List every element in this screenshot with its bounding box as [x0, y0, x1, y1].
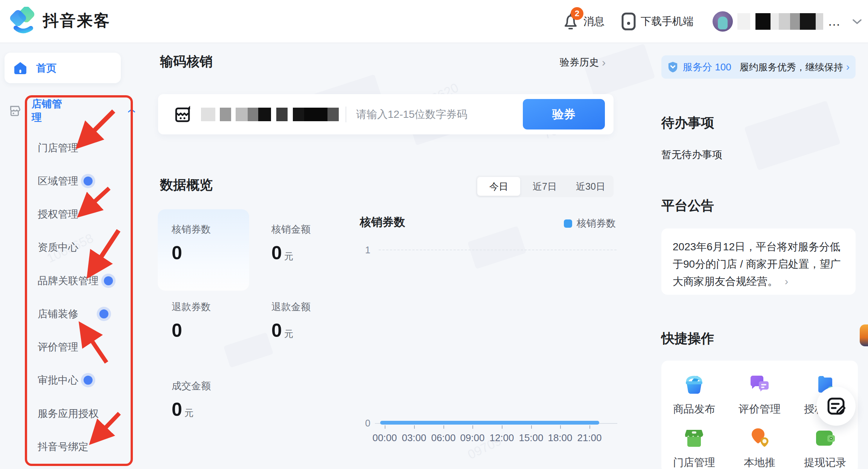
store-name-redacted [201, 108, 339, 121]
message-count-badge: 2 [571, 7, 583, 20]
verify-section-title: 输码核销 [160, 53, 213, 70]
bell-icon: 2 [562, 12, 579, 30]
feedback-floating-button[interactable] [816, 387, 856, 426]
x-axis-tick [414, 425, 415, 429]
quick-action-product-publish[interactable]: 商品发布 [661, 373, 727, 416]
watermark-patch [224, 332, 274, 368]
quick-action-label: 评价管理 [727, 402, 792, 416]
account-ellipsis: … [828, 14, 841, 29]
annotation-red-box [25, 95, 133, 466]
chart-legend[interactable]: 核销券数 [564, 217, 616, 230]
messages-button[interactable]: 2 消息 [562, 0, 605, 43]
service-score-label: 服务分 100 [683, 61, 731, 74]
quick-action-local-promotion[interactable]: 本地推 [727, 426, 792, 469]
chevron-right-icon: › [785, 276, 788, 287]
overview-section-title: 数据概览 [160, 176, 213, 194]
basket-icon [682, 373, 706, 397]
x-axis-tick [443, 425, 444, 429]
x-axis-tick [502, 425, 503, 429]
sidebar-nav: 首页 店铺管理 门店管理 区域管理 授权管理 资质中心 品牌关联管理 店铺装修 … [0, 43, 151, 469]
account-menu[interactable]: … [713, 0, 862, 43]
stat-verified-vouchers[interactable]: 核销券数 0 [172, 223, 211, 264]
series-line-flat-zero [380, 421, 599, 425]
tab-last-7-days[interactable]: 近7日 [523, 177, 566, 196]
download-app-button[interactable]: 下载手机端 [621, 0, 693, 43]
verified-vouchers-chart: 核销券数 核销券数 1 0 00:00 03:00 06:00 09:00 12… [358, 211, 617, 454]
announcement-section-title: 平台公告 [661, 197, 714, 215]
x-axis-label: 21:00 [571, 432, 608, 444]
quick-action-label: 门店管理 [661, 455, 727, 469]
stat-value: 0元 [172, 399, 211, 420]
quick-action-store-management[interactable]: 门店管理 [661, 426, 727, 469]
stat-label: 退款券数 [172, 300, 211, 314]
quick-action-withdrawal-records[interactable]: 提现记录 [792, 426, 858, 469]
stat-refund-vouchers[interactable]: 退款券数 0 [172, 300, 211, 341]
voucher-history-label: 验券历史 [560, 56, 599, 69]
date-range-tabs: 今日 近7日 近30日 [476, 175, 614, 197]
shield-icon [667, 59, 678, 75]
stat-value: 0元 [271, 320, 311, 341]
announcement-card[interactable]: 2023年6月12日，平台将对服务分低于90分的门店 / 商家开启处置，望广大商… [661, 228, 856, 295]
voucher-code-input[interactable] [355, 108, 504, 121]
stat-value: 0 [172, 320, 211, 341]
home-icon [13, 61, 28, 76]
phone-icon [621, 12, 636, 31]
service-score-banner[interactable]: 服务分 100 履约服务优秀，继续保持 › [661, 55, 856, 79]
avatar [713, 11, 733, 32]
stat-verified-amount[interactable]: 核销金额 0元 [271, 223, 311, 264]
x-axis-tick [472, 425, 473, 429]
input-divider [346, 107, 346, 122]
sidebar-item-label: 首页 [36, 61, 56, 75]
tab-last-30-days[interactable]: 近30日 [569, 177, 612, 196]
storefront-outline-icon [8, 103, 21, 118]
quick-actions-title: 快捷操作 [661, 330, 714, 347]
y-axis-tick-0: 0 [365, 418, 370, 429]
logo-text: 抖音来客 [43, 10, 111, 31]
watermark-patch [583, 44, 655, 97]
tab-today[interactable]: 今日 [477, 177, 520, 196]
verify-voucher-button[interactable]: 验券 [523, 99, 605, 129]
voucher-history-link[interactable]: 验券历史 › [560, 56, 606, 69]
watermark-patch [744, 100, 841, 170]
x-axis-tick [560, 425, 561, 429]
stat-refund-amount[interactable]: 退款金额 0元 [271, 300, 311, 341]
chevron-right-icon: › [846, 61, 850, 73]
stat-label: 核销券数 [172, 223, 211, 236]
chevron-right-icon: › [602, 57, 606, 68]
chat-icon [748, 373, 772, 397]
service-score-message: 履约服务优秀，继续保持 [740, 61, 843, 73]
gridline-y1 [379, 250, 617, 250]
app-logo: 抖音来客 [10, 7, 111, 35]
legend-label: 核销券数 [577, 217, 616, 230]
stat-value: 0 [172, 242, 211, 264]
x-axis-tick [531, 425, 532, 429]
todo-empty-text: 暂无待办事项 [661, 148, 722, 161]
feedback-form-icon [825, 396, 847, 417]
stat-label: 核销金额 [271, 223, 311, 236]
quick-action-label: 本地推 [727, 455, 792, 469]
sidebar-item-home[interactable]: 首页 [5, 53, 121, 83]
quick-action-label: 商品发布 [661, 402, 727, 416]
voucher-input-card: 验券 [158, 94, 614, 134]
stat-label: 成交金额 [172, 379, 211, 393]
chevron-down-icon [852, 18, 862, 25]
x-axis-tick [589, 425, 590, 429]
top-header: 抖音来客 2 消息 下载手机端 [0, 0, 868, 43]
wallet-icon [813, 426, 837, 450]
quick-action-label: 提现记录 [792, 455, 858, 469]
y-axis-tick-1: 1 [365, 245, 370, 256]
coupon-scanner-icon [172, 104, 193, 125]
logo-mark-icon [10, 7, 38, 35]
todo-section-title: 待办事项 [661, 114, 714, 132]
stat-label: 退款金额 [271, 300, 311, 314]
stat-value: 0元 [271, 242, 311, 264]
messages-label: 消息 [583, 14, 605, 29]
legend-swatch [564, 219, 572, 228]
douyin-laike-dashboard: 4056620 1060658 70583 09709 抖音来客 [0, 0, 868, 469]
edge-clipped-icon [860, 324, 868, 346]
quick-action-review-management[interactable]: 评价管理 [727, 373, 792, 416]
account-name-redacted [737, 13, 823, 30]
stat-transaction-amount[interactable]: 成交金额 0元 [172, 379, 211, 420]
storefront-icon [682, 426, 706, 450]
download-label: 下载手机端 [641, 14, 693, 29]
